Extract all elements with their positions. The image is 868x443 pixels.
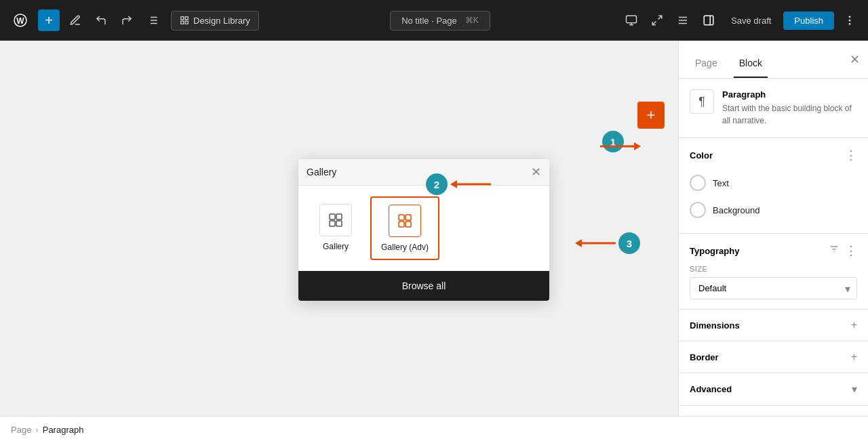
tab-page[interactable]: Page [690, 48, 723, 78]
svg-line-15 [658, 16, 662, 19]
undo-button[interactable] [91, 10, 111, 30]
svg-rect-9 [185, 17, 188, 20]
text-color-label: Text [713, 178, 729, 188]
keyboard-shortcut: ⌘K [465, 16, 479, 25]
paragraph-icon: ¶ [690, 89, 714, 114]
breadcrumb-page[interactable]: Page [11, 425, 31, 435]
svg-rect-8 [181, 17, 184, 20]
background-color-label: Background [713, 205, 760, 215]
svg-rect-33 [399, 222, 404, 227]
svg-point-23 [849, 20, 850, 21]
wp-logo: W [8, 8, 33, 33]
add-block-topbar-button[interactable]: + [38, 9, 60, 31]
step3-group: 3 [575, 232, 640, 254]
block-name: Paragraph [722, 89, 857, 100]
dimensions-title: Dimensions [690, 320, 740, 331]
svg-line-16 [652, 22, 656, 25]
add-block-button[interactable]: + [637, 102, 665, 129]
design-library-button[interactable]: Design Library [171, 11, 259, 30]
typography-section: Typography ⋮ SIZE Default ▾ [679, 234, 868, 310]
gallery-adv-block-item[interactable]: Gallery (Adv) [370, 196, 439, 260]
block-picker-close-button[interactable]: ✕ [531, 165, 541, 180]
color-section-header: Color ⋮ [690, 148, 857, 163]
svg-point-24 [849, 24, 850, 25]
browse-all-button[interactable]: Browse all [298, 271, 549, 301]
block-info: ¶ Paragraph Start with the basic buildin… [679, 79, 868, 138]
block-picker-popup: ✕ Gallery [298, 159, 549, 301]
step2-group: 2 [426, 173, 491, 195]
breadcrumb-current: Paragraph [43, 425, 84, 435]
block-picker-items: Gallery Gallery (Adv) [298, 186, 549, 271]
fullscreen-button[interactable] [647, 10, 667, 30]
tools-button[interactable] [65, 10, 85, 30]
svg-rect-34 [406, 222, 411, 227]
tab-block[interactable]: Block [734, 48, 768, 78]
dimensions-section: Dimensions + [679, 310, 868, 341]
desktop-view-button[interactable] [621, 10, 642, 30]
topbar-right: Save draft Publish [621, 10, 860, 30]
page-title: No title · Page [401, 16, 457, 26]
topbar: W + Design Library No title · Page ⌘K [0, 0, 868, 41]
border-section: Border + [679, 341, 868, 373]
svg-marker-38 [575, 239, 582, 247]
step-2-indicator: 2 [426, 173, 448, 195]
svg-rect-29 [330, 221, 335, 226]
panel-tabs: Page Block ✕ [679, 41, 868, 79]
size-select-wrapper: Default ▾ [690, 277, 857, 299]
svg-rect-28 [336, 214, 342, 219]
plus-icon: + [647, 106, 656, 124]
gallery-block-icon [319, 204, 352, 236]
arrow-1 [600, 141, 641, 152]
svg-marker-26 [634, 142, 641, 150]
svg-text:W: W [16, 16, 24, 26]
svg-rect-30 [336, 221, 342, 226]
dimensions-expand-icon: + [851, 319, 857, 331]
advanced-title: Advanced [690, 384, 732, 394]
background-color-option[interactable]: Background [690, 196, 857, 224]
more-options-button[interactable] [840, 10, 860, 30]
breadcrumb: Page › Paragraph [0, 416, 868, 443]
color-more-button[interactable]: ⋮ [845, 148, 857, 163]
svg-rect-20 [704, 16, 713, 25]
svg-marker-36 [450, 180, 457, 188]
save-draft-button[interactable]: Save draft [724, 12, 778, 30]
gallery-block-item[interactable]: Gallery [309, 196, 362, 260]
svg-rect-27 [330, 214, 335, 219]
breadcrumb-separator: › [35, 425, 38, 435]
typography-header: Typography ⋮ [690, 243, 857, 258]
block-description: Start with the basic building block of a… [722, 102, 857, 127]
block-info-text: Paragraph Start with the basic building … [722, 89, 857, 127]
panel-close-button[interactable]: ✕ [850, 52, 860, 67]
size-select[interactable]: Default [690, 277, 857, 299]
block-picker-header: ✕ [298, 159, 549, 186]
topbar-center: No title · Page ⌘K [264, 11, 616, 30]
sidebar-toggle-button[interactable] [698, 10, 719, 30]
redo-button[interactable] [117, 10, 137, 30]
svg-rect-10 [181, 21, 184, 24]
publish-button[interactable]: Publish [783, 12, 834, 30]
gallery-block-label: Gallery [323, 242, 349, 251]
gallery-adv-block-icon [389, 205, 421, 237]
border-header[interactable]: Border + [690, 351, 857, 363]
arrow-2 [450, 179, 491, 190]
advanced-header[interactable]: Advanced ▾ [690, 383, 857, 396]
border-title: Border [690, 352, 719, 362]
dimensions-header[interactable]: Dimensions + [690, 319, 857, 331]
typography-filter-button[interactable] [829, 244, 840, 257]
block-search-input[interactable] [307, 167, 526, 177]
advanced-collapse-icon: ▾ [852, 383, 857, 396]
typography-more-button[interactable]: ⋮ [845, 243, 857, 258]
color-section: Color ⋮ Text Background [679, 138, 868, 234]
page-title-bar: No title · Page ⌘K [390, 11, 490, 30]
main-area: 1 + ✕ [0, 41, 868, 416]
list-view-button[interactable] [142, 10, 163, 30]
arrow-3 [575, 238, 616, 249]
right-panel: Page Block ✕ ¶ Paragraph Start with the … [678, 41, 868, 416]
design-library-label: Design Library [193, 16, 250, 26]
step-3-indicator: 3 [618, 232, 640, 254]
background-color-circle [690, 202, 706, 218]
text-color-option[interactable]: Text [690, 169, 857, 196]
text-color-circle [690, 175, 706, 191]
settings-button[interactable] [673, 10, 693, 30]
border-expand-icon: + [851, 351, 857, 363]
